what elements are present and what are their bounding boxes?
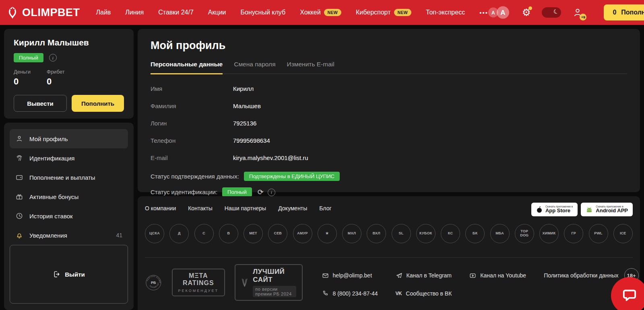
privacy-policy-link[interactable]: Политика обработки данных [544, 272, 618, 279]
personal-data-fields: ИмяКирилл ФамилияМалышев Логин7925136 Те… [151, 85, 627, 161]
partner-logo-top-dog[interactable]: TOP DOG [515, 224, 534, 243]
moon-icon: ☾ [553, 7, 560, 16]
footer-link-blog[interactable]: Блог [319, 205, 331, 211]
app-download-buttons: Скачать приложение в App Store Скачать п… [531, 203, 633, 216]
partner-logo-cska[interactable]: ЦСКА [145, 224, 164, 243]
apple-icon [536, 206, 543, 213]
info-icon[interactable]: i [49, 54, 57, 62]
partner-logo-pwl[interactable]: PWL [589, 224, 608, 243]
email-contact[interactable]: help@olimp.bet [322, 272, 378, 279]
field-login: Логин7925136 [151, 120, 627, 127]
telegram-contact[interactable]: Канал в Telegram [396, 272, 452, 279]
menu-item-notifications[interactable]: Уведомления 41 [10, 226, 128, 245]
android-app-button[interactable]: Скачать приложение в Android APP [581, 203, 633, 216]
partner-logo-ska-star[interactable]: ★ [318, 224, 337, 243]
gift-icon [15, 193, 23, 201]
partner-logo-amur[interactable]: АМУР [293, 224, 312, 243]
partner-logo-khimik[interactable]: ХИМИК [539, 224, 559, 243]
partner-logo-dynamo[interactable]: Д [169, 224, 189, 243]
awards: РЕЙТИНГ БУКМЕКЕРОВ РЕКОМЕНДУЕТ РБ МΞTA R… [145, 264, 303, 301]
nav-item-promos[interactable]: Акции [208, 9, 226, 16]
partner-logos-row: ЦСКАДСВМЕТСЕВАМУР★МХЛВХЛSLКУБОККСБКМБАTO… [145, 222, 633, 245]
menu-item-identification[interactable]: Идентификация [10, 148, 128, 168]
nav-item-live[interactable]: Лайв [96, 9, 111, 16]
partner-logo-street-league[interactable]: SL [392, 224, 411, 243]
partner-logo-vhl[interactable]: ВХЛ [367, 224, 386, 243]
new-badge: NEW [324, 9, 341, 16]
footer-link-about[interactable]: О компании [145, 205, 176, 211]
mail-icon [322, 272, 329, 279]
partner-logo-spartak[interactable]: С [194, 224, 214, 243]
olimpbet-logo[interactable]: OLIMPBET [6, 6, 80, 19]
rb-recommends-stamp: РЕЙТИНГ БУКМЕКЕРОВ РЕКОМЕНДУЕТ РБ [145, 270, 162, 295]
partner-logo-metallurg[interactable]: МЕТ [244, 224, 263, 243]
menu-item-my-profile[interactable]: Мой профиль [10, 129, 128, 148]
app-store-button[interactable]: Скачать приложение в App Store [531, 203, 578, 216]
footer-link-documents[interactable]: Документы [278, 205, 307, 211]
notifications-count: 41 [116, 232, 122, 238]
menu-item-bet-history[interactable]: История ставок [10, 206, 128, 226]
account-button[interactable]: +9 [572, 7, 583, 18]
notification-dot [528, 6, 532, 10]
cupis-status-badge: Подтверждены в ЕДИНЫЙ ЦУПИС [244, 172, 340, 181]
withdraw-button[interactable]: Вывести [14, 95, 67, 112]
partner-logo-cup[interactable]: КУБОК [416, 224, 436, 243]
deposit-label: Пополнить [621, 9, 644, 16]
nav-item-bonus-club[interactable]: Бонусный клуб [241, 9, 286, 16]
main-nav: Лайв Линия Ставки 24/7 Акции Бонусный кл… [96, 9, 465, 16]
vk-contact[interactable]: VK Сообщество в ВК [396, 290, 452, 297]
partner-logo-ice-fights[interactable]: ICE [613, 224, 633, 243]
identification-level-badge: Полный [222, 187, 252, 197]
font-size-toggle[interactable]: A A [488, 6, 511, 18]
partner-logo-handball[interactable]: ГР [564, 224, 583, 243]
olimpbet-laurel-icon [6, 6, 19, 18]
settings-button[interactable]: ⚙ [522, 8, 531, 17]
phone-contact[interactable]: 8 (800) 234-87-44 [322, 290, 378, 297]
profile-details-card: Мой профиль Персональные данные Смена па… [138, 29, 640, 192]
nav-deposit-button[interactable]: 0 Пополнить [604, 4, 644, 21]
partner-logo-severstal[interactable]: СЕВ [268, 224, 287, 243]
user-notification-badge: +9 [580, 14, 586, 21]
top-navbar: OLIMPBET Лайв Линия Ставки 24/7 Акции Бо… [0, 0, 644, 25]
tab-personal-data[interactable]: Персональные данные [151, 61, 223, 74]
logout-button[interactable]: Выйти [10, 245, 128, 304]
vk-icon: VK [396, 291, 402, 296]
profile-menu: Мой профиль Идентификация Пополнение и в… [4, 123, 134, 310]
deposit-button[interactable]: Пополнить [72, 95, 124, 112]
info-icon[interactable]: i [268, 188, 275, 196]
wallet-icon [15, 173, 23, 181]
footer-link-partners[interactable]: Наши партнеры [225, 205, 266, 211]
partner-logo-mba[interactable]: МБА [490, 224, 510, 243]
new-badge: NEW [394, 9, 411, 16]
svg-text:РБ: РБ [151, 280, 156, 284]
footer-link-contacts[interactable]: Контакты [188, 205, 212, 211]
partner-logo-basketball[interactable]: БК [465, 224, 485, 243]
nav-item-top-express[interactable]: Топ-экспресс [426, 9, 465, 16]
main-column: Мой профиль Персональные данные Смена па… [138, 29, 640, 310]
partner-logo-vityaz[interactable]: В [219, 224, 238, 243]
youtube-icon [469, 272, 476, 279]
olimpbet-profile-page: { "colors": { "nav_red": "#d2232a", "acc… [0, 0, 644, 310]
freebet-balance: Фрибет 0 [47, 69, 64, 87]
youtube-contact[interactable]: Канал на Youtube [469, 272, 526, 279]
balance-amount: 0 [613, 9, 616, 16]
menu-item-bonuses[interactable]: Активные бонусы [10, 187, 128, 206]
footer-bottom: РЕЙТИНГ БУКМЕКЕРОВ РЕКОМЕНДУЕТ РБ МΞTA R… [145, 264, 633, 301]
page-content: Кирилл Малышев Полный i Деньги 0 Фрибет … [4, 29, 640, 310]
nav-item-esports[interactable]: Киберспорт NEW [356, 9, 411, 16]
nav-more-button[interactable]: ••• [479, 9, 488, 16]
partner-logo-mhl[interactable]: МХЛ [342, 224, 361, 243]
nav-item-bets247[interactable]: Ставки 24/7 [158, 9, 194, 16]
tab-change-email[interactable]: Изменить E-mail [287, 61, 334, 74]
footer-divider [145, 257, 633, 258]
theme-toggle[interactable]: ☾ [542, 7, 561, 18]
menu-item-payments[interactable]: Пополнение и выплаты [10, 168, 128, 187]
refresh-icon[interactable]: ⟳ [258, 189, 264, 196]
partner-logo-krylya[interactable]: КС [441, 224, 460, 243]
logout-icon [53, 270, 61, 278]
nav-item-line[interactable]: Линия [125, 9, 144, 16]
nav-item-hockey[interactable]: Хоккей NEW [300, 9, 341, 16]
android-icon [586, 206, 593, 213]
person-icon [15, 135, 23, 143]
tab-change-password[interactable]: Смена пароля [234, 61, 275, 74]
